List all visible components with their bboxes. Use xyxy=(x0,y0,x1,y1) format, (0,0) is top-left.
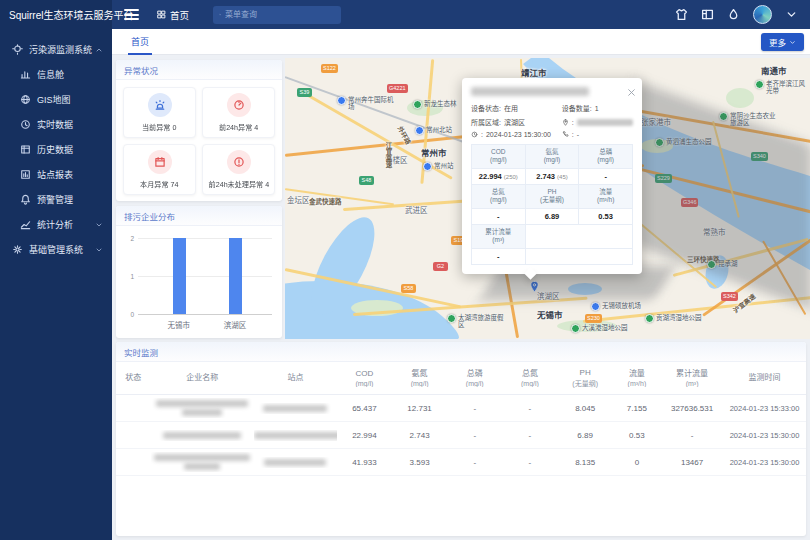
chevron-down-icon xyxy=(95,221,103,229)
realtime-monitoring-panel: 实时监测 状态企业名称站点COD(mg/l)氨氮(mg/l)总磷(mg/l)总氮… xyxy=(116,342,806,536)
popup-info: 设备状态: 在用 设备数量: 1 所属区域: 滨湖区 : :2024-01-23… xyxy=(471,103,633,138)
theme-icon[interactable] xyxy=(675,8,688,21)
map-label: 江宜高速 xyxy=(383,142,393,168)
gauge-icon xyxy=(227,93,251,117)
column-header-4: 氨氮(mg/l) xyxy=(392,369,447,387)
chevron-down-icon xyxy=(789,39,796,46)
park-marker-icon xyxy=(645,314,654,323)
abnormal-card-2: 本月异常 74 xyxy=(123,144,196,195)
value-cell: 41.933 xyxy=(337,458,392,467)
value-cell: 7.155 xyxy=(613,404,661,413)
tab-home[interactable]: 首页 xyxy=(128,29,152,55)
value-cell: - xyxy=(502,431,557,440)
value-cell: 3.593 xyxy=(392,458,447,467)
chevron-down-icon xyxy=(95,246,103,254)
map-label: 金武快速路 xyxy=(309,196,342,206)
redacted-station-name xyxy=(254,432,337,439)
value-cell: - xyxy=(447,431,502,440)
sidebar-item-0[interactable]: 污染源监测系统 xyxy=(0,37,112,62)
column-header-2: 站点 xyxy=(254,373,337,384)
chevron-up-icon xyxy=(95,46,103,54)
value-cell: 2.743 xyxy=(392,431,447,440)
table-row-0[interactable]: 65.43712.731--8.0457.155327636.5312024-0… xyxy=(116,395,806,422)
route-badge: G4221 xyxy=(387,84,408,93)
metric-header-cell: 总氮(mg/l) xyxy=(472,184,526,208)
metric-value-cell: - xyxy=(472,208,526,224)
phone-icon xyxy=(562,131,569,138)
map-poi: 常州奔牛国际机场 xyxy=(337,96,394,111)
map-label: 南通市 xyxy=(761,64,787,76)
value-cell: 0.53 xyxy=(613,431,661,440)
sidebar-item-5[interactable]: 站点报表 xyxy=(0,162,112,187)
column-header-1: 企业名称 xyxy=(151,373,255,384)
app-window: Squirrel生态环境云服务平台 首页 污染源监测系统信息舱GIS地图实时数据… xyxy=(0,0,810,540)
panel-title: 异常状况 xyxy=(116,60,282,80)
close-icon[interactable] xyxy=(627,83,636,92)
sidebar-item-label: 实时数据 xyxy=(37,118,73,131)
menu-collapse-icon[interactable] xyxy=(124,9,139,20)
empty-cell xyxy=(525,224,632,248)
avatar[interactable] xyxy=(753,5,772,24)
map-poi: 常州北站 xyxy=(415,126,452,135)
value-cell: 8.135 xyxy=(558,458,613,467)
transport-marker-icon xyxy=(415,126,424,135)
bar-滨湖区 xyxy=(229,238,242,314)
transport-marker-icon xyxy=(423,162,432,171)
table-row-1[interactable]: 22.9942.743--6.890.53-2024-01-23 15:30:0… xyxy=(116,422,806,449)
more-button[interactable]: 更多 xyxy=(761,33,804,51)
park-marker-icon xyxy=(413,100,422,109)
sidebar-item-label: 基础管理系统 xyxy=(29,243,83,256)
map-poi: 无锡硕放机场 xyxy=(591,302,641,311)
redacted-station-name xyxy=(264,459,326,466)
sidebar-item-3[interactable]: 实时数据 xyxy=(0,112,112,137)
station-popup: 设备状态: 在用 设备数量: 1 所属区域: 滨湖区 : :2024-01-23… xyxy=(462,78,642,274)
redacted-company-name xyxy=(163,432,241,439)
siren-icon xyxy=(148,93,172,117)
metric-header-cell: 流量(m³/h) xyxy=(579,184,633,208)
warning-icon xyxy=(227,150,251,174)
monitor-time-cell: 2024-01-23 15:30:00 xyxy=(723,458,806,467)
column-header-6: 总氮(mg/l) xyxy=(502,369,557,387)
transport-marker-icon xyxy=(591,302,600,311)
map-poi: 太湖湾旅游度假区 xyxy=(447,314,504,329)
column-header-9: 累计流量(m³) xyxy=(661,369,723,387)
route-badge: S48 xyxy=(359,176,374,185)
abnormal-card-1: 前24h异常 4 xyxy=(202,87,275,138)
sidebar-item-label: 历史数据 xyxy=(37,143,73,156)
value-cell: - xyxy=(447,458,502,467)
abnormal-card-3: 前24h未处理异常 4 xyxy=(202,144,275,195)
layout-icon[interactable] xyxy=(701,8,714,21)
search-input[interactable] xyxy=(225,10,335,19)
metric-header-cell: PH(无量纲) xyxy=(525,184,579,208)
park-marker-icon xyxy=(571,324,580,333)
x-category-label: 滨湖区 xyxy=(224,319,247,330)
sidebar-item-1[interactable]: 信息舱 xyxy=(0,62,112,87)
search-icon xyxy=(219,10,221,19)
route-badge: S58 xyxy=(401,284,416,293)
abnormal-cards: 当前异常 0 前24h异常 4 本月异常 74 前24h未处理异常 4 xyxy=(116,80,282,202)
sidebar-item-7[interactable]: 统计分析 xyxy=(0,212,112,237)
value-cell: 22.994 xyxy=(337,431,392,440)
abnormal-status-panel: 异常状况 当前异常 0 前24h异常 4 本月异常 74 前24h未处理异常 4 xyxy=(116,60,282,201)
y-tick-label: 1 xyxy=(130,273,134,280)
card-label: 前24h未处理异常 4 xyxy=(208,178,269,188)
empty-cell xyxy=(525,248,632,264)
chevron-down-icon[interactable] xyxy=(785,8,798,21)
column-header-7: PH(无量纲) xyxy=(558,368,613,389)
app-logo: Squirrel生态环境云服务平台 xyxy=(0,0,112,29)
sidebar-item-label: 站点报表 xyxy=(37,168,73,181)
sidebar-item-2[interactable]: GIS地图 xyxy=(0,87,112,112)
route-badge: S39 xyxy=(297,88,312,97)
value-cell: 327636.531 xyxy=(661,404,723,413)
gis-map[interactable]: 常州市无锡市南通市靖江市钟楼区武进区金坛区滨湖区常熟市张家港市金武快速路外环路江… xyxy=(285,58,810,339)
flame-icon[interactable] xyxy=(727,8,740,21)
column-header-3: COD(mg/l) xyxy=(337,369,392,387)
breadcrumb[interactable]: 首页 xyxy=(157,8,189,22)
sidebar-item-4[interactable]: 历史数据 xyxy=(0,137,112,162)
table-row-2[interactable]: 41.9333.593--8.1350134672024-01-23 15:30… xyxy=(116,449,806,476)
redacted-company-name xyxy=(156,400,248,407)
sidebar-item-6[interactable]: 预警管理 xyxy=(0,187,112,212)
metric-value-cell: 0.53 xyxy=(579,208,633,224)
sidebar-item-8[interactable]: 基础管理系统 xyxy=(0,237,112,262)
metric-value-cell: 6.89 xyxy=(525,208,579,224)
